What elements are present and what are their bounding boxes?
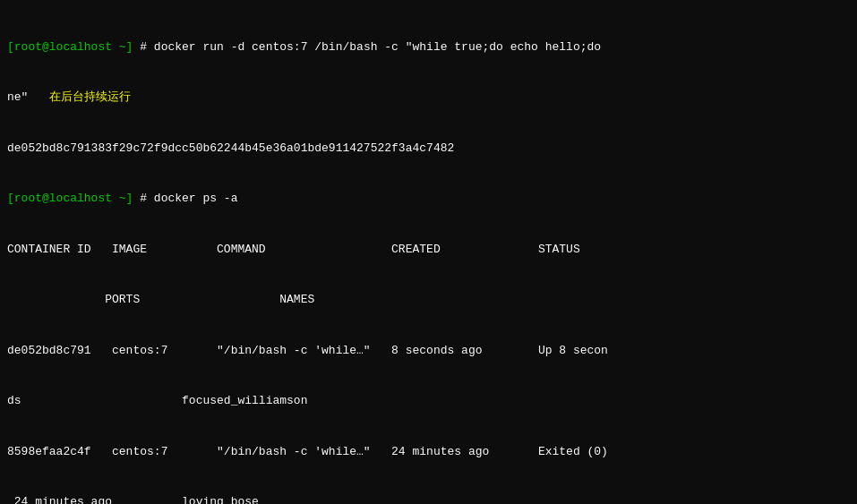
line-5-header: CONTAINER ID IMAGE COMMAND CREATED STATU… [7, 242, 850, 259]
line-7a: 8598efaa2c4f centos:7 "/bin/bash -c 'whi… [7, 444, 850, 461]
line-6a: de052bd8c791 centos:7 "/bin/bash -c 'whi… [7, 343, 850, 360]
line-6b: ds focused_williamson [7, 393, 850, 410]
prompt-4: [root@localhost ~] [7, 192, 133, 205]
row-1a: de052bd8c791 centos:7 "/bin/bash -c 'whi… [7, 344, 608, 357]
line-7b: 24 minutes ago loving_bose [7, 494, 850, 504]
line-4: [root@localhost ~] # docker ps -a [7, 191, 850, 208]
row-1b: ds focused_williamson [7, 394, 307, 407]
row-2b: 24 minutes ago loving_bose [7, 495, 259, 504]
cmd-2a: ne" [7, 90, 28, 104]
table-header-2: PORTS NAMES [7, 293, 314, 306]
hash-output: de052bd8c791383f29c72f9dcc50b62244b45e36… [7, 141, 454, 155]
cmd-4: # docker ps -a [133, 192, 237, 205]
cmd-1: # docker run -d centos:7 /bin/bash -c "w… [133, 40, 601, 54]
terminal: [root@localhost ~] # docker run -d cento… [0, 0, 857, 504]
table-header-1: CONTAINER ID IMAGE COMMAND CREATED STATU… [7, 243, 580, 256]
line-1: [root@localhost ~] # docker run -d cento… [7, 39, 850, 56]
line-5-header2: PORTS NAMES [7, 292, 850, 309]
line-3: de052bd8c791383f29c72f9dcc50b62244b45e36… [7, 141, 850, 158]
prompt-1: [root@localhost ~] [7, 40, 133, 54]
row-2a: 8598efaa2c4f centos:7 "/bin/bash -c 'whi… [7, 445, 608, 458]
comment-2: 在后台持续运行 [28, 90, 130, 104]
line-2: ne" 在后台持续运行 [7, 90, 850, 107]
